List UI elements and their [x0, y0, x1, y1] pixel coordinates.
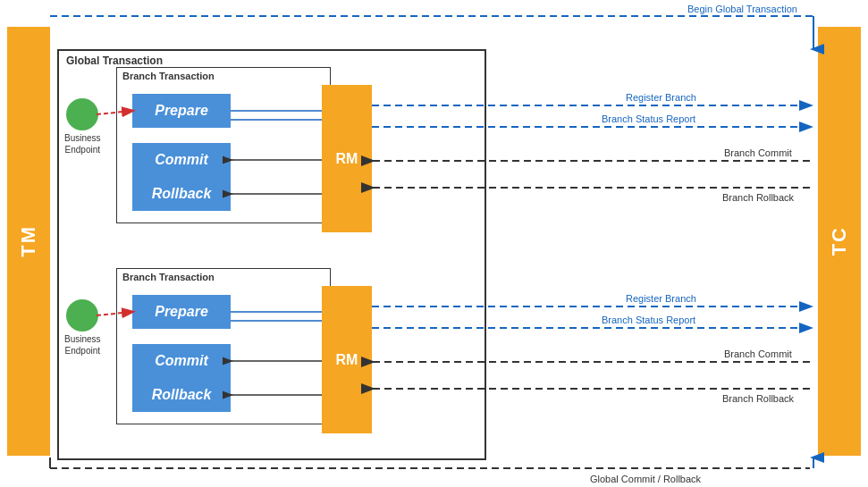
upper-prepare-label: Prepare [155, 103, 208, 119]
svg-text:Register Branch: Register Branch [626, 92, 696, 103]
lower-commit-button[interactable]: Commit [132, 344, 231, 378]
lower-rm-box: RM [322, 286, 372, 433]
tc-bar: TC [818, 27, 861, 456]
upper-endpoint-circle [66, 98, 98, 130]
tm-label: TM [17, 225, 40, 257]
svg-text:Global Commit / Rollback: Global Commit / Rollback [590, 474, 702, 484]
svg-text:Register Branch: Register Branch [626, 293, 696, 304]
lower-rm-label: RM [336, 352, 358, 368]
svg-text:Branch Rollback: Branch Rollback [722, 192, 795, 203]
svg-text:Branch Status Report: Branch Status Report [602, 113, 695, 124]
lower-prepare-button[interactable]: Prepare [132, 295, 231, 329]
upper-rm-box: RM [322, 85, 372, 232]
svg-text:Branch Commit: Branch Commit [724, 147, 792, 158]
begin-global-tx-text: Begin Global Transaction [687, 4, 797, 14]
upper-branch-tx-label: Branch Transaction [122, 71, 215, 81]
svg-text:Begin Global Transaction: Begin Global Transaction [687, 4, 797, 14]
lower-endpoint-label: BusinessEndpoint [64, 333, 101, 357]
lower-commit-label: Commit [155, 353, 208, 369]
lower-branch-tx-label: Branch Transaction [122, 272, 215, 282]
upper-commit-label: Commit [155, 152, 208, 168]
svg-text:Branch Rollback: Branch Rollback [722, 393, 795, 404]
lower-endpoint-circle [66, 299, 98, 332]
svg-text:Branch Status Report: Branch Status Report [602, 315, 695, 325]
upper-rollback-label: Rollback [152, 186, 212, 202]
lower-prepare-label: Prepare [155, 304, 208, 320]
upper-rollback-button[interactable]: Rollback [132, 177, 231, 211]
tc-label: TC [828, 226, 851, 256]
global-tx-label: Global Transaction [66, 55, 163, 67]
lower-rollback-label: Rollback [152, 387, 212, 403]
tm-bar: TM [7, 27, 50, 456]
lower-business-endpoint: BusinessEndpoint [64, 299, 101, 357]
svg-text:Branch Commit: Branch Commit [724, 348, 792, 359]
diagram-container: TM TC Global Transaction Branch Transact… [0, 0, 868, 487]
upper-business-endpoint: BusinessEndpoint [64, 98, 101, 155]
upper-rm-label: RM [336, 151, 358, 167]
upper-commit-button[interactable]: Commit [132, 143, 231, 177]
upper-prepare-button[interactable]: Prepare [132, 94, 231, 128]
upper-endpoint-label: BusinessEndpoint [64, 132, 101, 155]
lower-rollback-button[interactable]: Rollback [132, 378, 231, 412]
